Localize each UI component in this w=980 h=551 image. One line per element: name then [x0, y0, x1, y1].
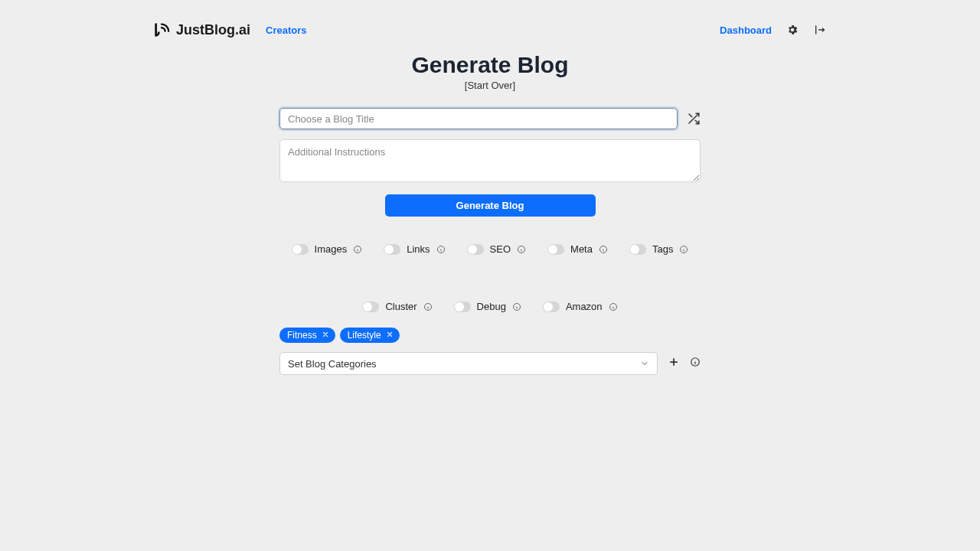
- toggle-label: Meta: [570, 243, 593, 255]
- info-icon[interactable]: [609, 302, 618, 311]
- tag-label: Fitness: [287, 330, 317, 341]
- header-left: JustBlog.ai Creators: [153, 21, 306, 38]
- toggle-label: Debug: [477, 301, 506, 312]
- toggle-amazon-switch[interactable]: [543, 302, 560, 312]
- blog-title-input[interactable]: [279, 108, 678, 129]
- info-icon[interactable]: [436, 245, 446, 254]
- tag-label: Lifestyle: [348, 330, 381, 341]
- chevron-down-icon: [640, 359, 649, 368]
- toggle-label: SEO: [490, 243, 511, 255]
- toggle-label: Amazon: [566, 301, 603, 312]
- toggle-cluster: Cluster: [362, 301, 432, 312]
- nav-creators[interactable]: Creators: [266, 24, 306, 36]
- toggles-row-1: Images Links SEO Meta Tags Cluster: [279, 243, 701, 312]
- toggle-cluster-switch[interactable]: [362, 302, 379, 312]
- start-over-link[interactable]: [Start Over]: [279, 80, 701, 91]
- page-title: Generate Blog: [279, 52, 701, 78]
- toggle-links: Links: [384, 243, 445, 255]
- toggle-label: Tags: [652, 243, 673, 255]
- logout-button[interactable]: [813, 23, 827, 37]
- main-container: Generate Blog [Start Over] Generate Blog…: [279, 52, 701, 375]
- logout-icon: [814, 24, 826, 36]
- tag-fitness: Fitness: [279, 328, 335, 343]
- info-icon: [690, 357, 701, 367]
- tag-remove-button[interactable]: [386, 330, 394, 341]
- categories-placeholder: Set Blog Categories: [288, 358, 377, 370]
- instructions-textarea[interactable]: [279, 139, 701, 182]
- shuffle-button[interactable]: [687, 112, 701, 126]
- toggle-debug: Debug: [454, 301, 521, 312]
- gear-icon: [786, 24, 799, 36]
- header-right: Dashboard: [720, 23, 827, 37]
- header: JustBlog.ai Creators Dashboard: [0, 0, 980, 46]
- generate-button[interactable]: Generate Blog: [385, 194, 596, 217]
- plus-icon: [668, 357, 679, 367]
- title-row: [279, 108, 701, 129]
- toggle-seo-switch[interactable]: [467, 244, 484, 255]
- add-category-button[interactable]: [668, 357, 679, 370]
- toggle-meta: Meta: [547, 243, 608, 255]
- toggle-seo: SEO: [467, 243, 526, 255]
- tags-row: Fitness Lifestyle: [279, 328, 701, 343]
- toggle-images-switch[interactable]: [292, 244, 309, 255]
- toggle-label: Cluster: [385, 301, 416, 312]
- toggle-links-switch[interactable]: [384, 244, 400, 255]
- tag-lifestyle: Lifestyle: [340, 328, 400, 343]
- toggle-label: Images: [315, 243, 348, 255]
- info-icon[interactable]: [353, 245, 362, 254]
- info-icon[interactable]: [423, 302, 433, 311]
- toggle-meta-switch[interactable]: [547, 244, 564, 255]
- toggle-label: Links: [407, 243, 430, 255]
- categories-info-button[interactable]: [690, 357, 701, 370]
- info-icon[interactable]: [517, 245, 526, 254]
- logo-icon: [153, 21, 170, 38]
- close-icon: [322, 331, 329, 338]
- info-icon[interactable]: [679, 245, 688, 254]
- logo-text: JustBlog.ai: [176, 22, 250, 38]
- toggle-images: Images: [292, 243, 363, 255]
- toggle-amazon: Amazon: [543, 301, 618, 312]
- settings-button[interactable]: [786, 23, 799, 37]
- info-icon[interactable]: [599, 245, 608, 254]
- close-icon: [386, 331, 394, 338]
- nav-dashboard[interactable]: Dashboard: [720, 24, 772, 36]
- shuffle-icon: [687, 112, 701, 126]
- toggle-debug-switch[interactable]: [454, 302, 471, 312]
- categories-select[interactable]: Set Blog Categories: [279, 352, 658, 375]
- toggle-tags: Tags: [629, 243, 688, 255]
- categories-row: Set Blog Categories: [279, 352, 701, 375]
- logo[interactable]: JustBlog.ai: [153, 21, 250, 38]
- toggle-tags-switch[interactable]: [629, 244, 646, 255]
- info-icon[interactable]: [512, 302, 521, 311]
- tag-remove-button[interactable]: [322, 330, 329, 341]
